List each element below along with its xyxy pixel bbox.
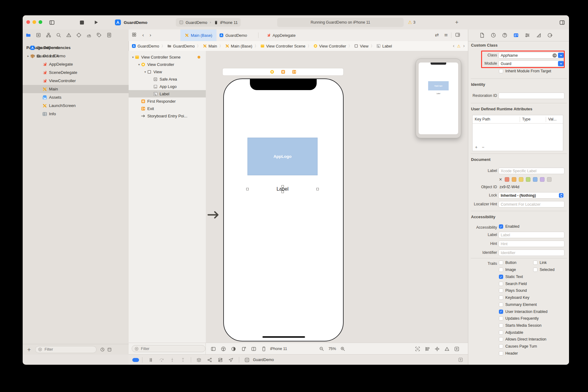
report-icon[interactable]	[107, 32, 112, 38]
next-issue-icon[interactable]: ›	[463, 43, 465, 49]
breadcrumb-item[interactable]: View Controller Scene	[260, 44, 305, 48]
lock-dropdown[interactable]	[499, 192, 564, 199]
new-tab-button[interactable]: +	[455, 15, 458, 29]
trait-starts-media-session[interactable]: Starts Media Session	[499, 323, 541, 328]
class-field[interactable]: →	[499, 52, 564, 59]
trait-header[interactable]: Header	[499, 351, 518, 356]
toggle-left-sidebar-icon[interactable]	[49, 15, 55, 29]
x-square-icon[interactable]	[36, 32, 41, 38]
outline-item-exit[interactable]: Exit	[129, 105, 206, 112]
trait-selected[interactable]: Selected	[533, 268, 555, 272]
navigator-item-info[interactable]: Info	[23, 110, 129, 118]
checkbox[interactable]	[499, 282, 503, 286]
pause-icon[interactable]	[148, 357, 153, 363]
trait-plays-sound[interactable]: Plays Sound	[499, 288, 527, 293]
app-logo-image-view[interactable]: AppLogo	[247, 138, 318, 175]
jump-to-class-icon[interactable]: →	[552, 53, 557, 58]
document-color-swatch[interactable]	[505, 177, 509, 182]
outline-item-safe-area[interactable]: Safe Area	[129, 75, 206, 83]
module-dropdown-icon[interactable]	[558, 61, 564, 66]
download-icon[interactable]	[454, 346, 459, 352]
attributes-icon[interactable]	[525, 32, 530, 38]
breadcrumb-item[interactable]: GuardDemo	[132, 44, 159, 48]
app-grid-icon[interactable]	[244, 357, 250, 363]
storyboard-entry-arrow[interactable]	[206, 208, 221, 222]
navigator-item-launchscreen[interactable]: LaunchScreen	[23, 101, 129, 110]
accessibility-icon[interactable]	[221, 346, 226, 352]
trait-keyboard-key[interactable]: Keyboard Key	[499, 295, 530, 300]
step-over-icon[interactable]	[159, 357, 164, 363]
tag-icon[interactable]	[96, 32, 102, 38]
localizer-hint-input[interactable]	[499, 202, 564, 207]
accessibility-identifier-field[interactable]	[499, 249, 564, 256]
restoration-id-field[interactable]	[499, 93, 564, 99]
zoom-out-icon[interactable]	[319, 346, 324, 351]
accessibility-hint-field[interactable]	[499, 241, 564, 247]
editor-tab-appdelegate[interactable]: AppDelegate	[262, 29, 300, 41]
issue-warning-icon[interactable]: ⚠	[457, 44, 461, 48]
document-color-swatch[interactable]	[526, 177, 530, 182]
trait-search-field[interactable]: Search Field	[499, 282, 527, 286]
search-icon[interactable]	[56, 32, 61, 38]
checkbox[interactable]	[499, 323, 503, 328]
connections-icon[interactable]	[547, 32, 553, 38]
location-icon[interactable]	[228, 357, 234, 363]
checkbox[interactable]	[499, 268, 503, 272]
rotate-icon[interactable]	[241, 346, 246, 352]
step-out-icon[interactable]	[180, 357, 186, 363]
disclosure-icon[interactable]: ▾	[143, 70, 147, 74]
navigator-item-guarddemo[interactable]: ▾GuardDemo	[23, 44, 129, 52]
lock-stepper-icon[interactable]	[559, 193, 564, 198]
folder-blue-icon[interactable]	[26, 32, 31, 38]
checkbox[interactable]	[499, 261, 503, 265]
trait-adjustable[interactable]: Adjustable	[499, 330, 523, 335]
document-color-swatch[interactable]	[512, 177, 516, 182]
navigator-filter-input[interactable]	[44, 347, 88, 352]
editor-bottom-toggle-icon[interactable]	[458, 357, 463, 362]
ruler-icon[interactable]	[536, 32, 541, 38]
module-input[interactable]	[499, 62, 564, 66]
maximize-button[interactable]	[39, 20, 42, 24]
env-toggles-icon[interactable]	[218, 357, 223, 363]
disclosure-icon[interactable]: ▸	[26, 54, 30, 58]
disclosure-icon[interactable]: ▾	[131, 55, 135, 59]
resize-handle-bottom[interactable]	[281, 191, 284, 193]
disclosure-icon[interactable]: ▾	[26, 46, 30, 49]
warning-outline-icon[interactable]	[66, 32, 71, 38]
canvas-minimap[interactable]: AppLogo Label	[416, 59, 461, 138]
checkbox[interactable]	[499, 275, 503, 279]
trait-updates-frequently[interactable]: Updates Frequently	[499, 316, 539, 321]
interface-builder-canvas[interactable]: AppLogo Label AppLogo Label	[206, 51, 468, 343]
checkbox[interactable]	[499, 351, 503, 356]
breadcrumb-item[interactable]: Main (Base)	[225, 44, 252, 48]
no-color-icon[interactable]: ✕	[499, 177, 502, 182]
hierarchy-icon[interactable]	[46, 32, 51, 38]
update-frames-icon[interactable]	[415, 346, 420, 352]
trait-allows-direct-interaction[interactable]: Allows Direct Interaction	[499, 337, 546, 341]
zoom-in-icon[interactable]	[340, 346, 345, 351]
trait-causes-page-turn[interactable]: Causes Page Turn	[499, 344, 537, 348]
breadcrumb-item[interactable]: View Controller	[313, 44, 346, 48]
minimize-button[interactable]	[32, 20, 36, 24]
step-into-icon[interactable]	[170, 357, 175, 363]
navigator-item-appdelegate[interactable]: AppDelegate	[23, 60, 129, 68]
document-color-swatch[interactable]	[519, 177, 523, 182]
sourcecontrol-filter-icon[interactable]	[107, 347, 112, 352]
file-icon[interactable]	[479, 32, 485, 38]
memory-graph-icon[interactable]	[207, 357, 212, 363]
scene-dock[interactable]	[222, 68, 344, 76]
navigator-item-scenedelegate[interactable]: SceneDelegate	[23, 68, 129, 77]
trait-button[interactable]: Button	[499, 261, 516, 265]
stop-button[interactable]	[80, 15, 84, 29]
checkbox[interactable]	[499, 295, 503, 300]
document-color-swatch[interactable]	[533, 177, 537, 182]
checkbox[interactable]	[499, 344, 503, 348]
checkbox[interactable]	[499, 330, 503, 335]
close-button[interactable]	[26, 20, 30, 24]
split-icon[interactable]	[251, 346, 256, 352]
outline-item-storyboard-entry-poi-[interactable]: Storyboard Entry Poi...	[129, 112, 206, 120]
forward-button[interactable]: ›	[149, 32, 151, 38]
breakpoints-toggle[interactable]	[132, 358, 139, 362]
module-field[interactable]	[499, 60, 564, 67]
outline-item-view[interactable]: ▾View	[129, 68, 206, 75]
